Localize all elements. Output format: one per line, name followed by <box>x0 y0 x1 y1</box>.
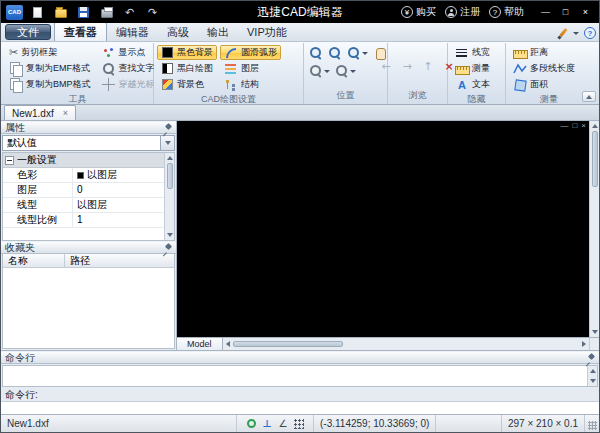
line-width-button[interactable]: 线宽 <box>451 45 494 60</box>
bw-drawing-button[interactable]: 黑白绘图 <box>157 61 217 76</box>
cross-cursor-button[interactable]: 穿越光标 <box>98 77 159 92</box>
tab-vip[interactable]: VIP功能 <box>238 23 296 41</box>
show-points-button[interactable]: 显示点 <box>98 45 159 60</box>
scrollbar-thumb[interactable] <box>592 131 598 187</box>
scroll-down-icon[interactable] <box>588 376 598 386</box>
pin-icon[interactable] <box>162 123 172 133</box>
command-history[interactable] <box>3 366 587 386</box>
scrollbar-thumb[interactable] <box>233 341 343 347</box>
area-button[interactable]: 面积 <box>509 77 579 92</box>
polyline-length-button[interactable]: 多段线长度 <box>509 61 579 76</box>
grid-toggle[interactable] <box>292 417 306 431</box>
collapse-box-icon[interactable] <box>5 156 14 165</box>
favorites-path-column[interactable]: 路径 <box>65 254 95 267</box>
buy-button[interactable]: ¥ 购买 <box>401 5 436 19</box>
canvas-horizontal-scrollbar[interactable] <box>223 338 589 350</box>
view-up-button[interactable]: ↑ <box>419 59 437 75</box>
preset-dropdown[interactable]: 默认值 <box>2 135 175 151</box>
resize-grip[interactable] <box>585 415 599 432</box>
copy-bmp-button[interactable]: 复制为BMP格式 <box>5 77 95 92</box>
scroll-up-icon[interactable] <box>588 366 598 376</box>
ortho-toggle[interactable]: ⊥ <box>260 417 274 431</box>
copy-emf-button[interactable]: 复制为EMF格式 <box>5 61 95 76</box>
hide-measure-button[interactable]: 测量 <box>451 61 494 76</box>
find-text-button[interactable]: 查找文字 <box>98 61 159 76</box>
tab-output[interactable]: 输出 <box>198 23 238 41</box>
structure-button[interactable]: 结构 <box>220 77 281 92</box>
pin-icon[interactable] <box>162 243 172 253</box>
view-forward-button[interactable]: → <box>398 59 416 75</box>
style-pencil-icon[interactable] <box>557 28 568 39</box>
scroll-right-icon[interactable] <box>579 339 589 349</box>
properties-scrollbar[interactable] <box>164 153 174 240</box>
zoom-window-button[interactable] <box>307 45 325 61</box>
background-color-button[interactable]: 背景色 <box>157 77 217 92</box>
hide-text-button[interactable]: A 文本 <box>451 77 494 92</box>
property-group-row[interactable]: 一般设置 <box>3 153 164 168</box>
print-button[interactable] <box>99 5 114 20</box>
register-button[interactable]: 注册 <box>445 5 480 19</box>
property-row-ltscale[interactable]: 线型比例 1 <box>3 213 164 228</box>
group-caption-hide: 隐藏 <box>451 92 502 108</box>
scroll-up-icon[interactable] <box>590 121 600 131</box>
maximize-button[interactable]: □ <box>557 5 574 20</box>
document-close-icon[interactable]: × <box>63 109 68 118</box>
favorites-name-column[interactable]: 名称 <box>3 254 65 267</box>
close-button[interactable]: × <box>577 5 594 20</box>
tab-file[interactable]: 文件 <box>5 24 51 40</box>
favorites-panel: 收藏夹 名称 路径 <box>1 241 176 350</box>
title-bar: CAD ↶ ↷ 迅捷CAD编辑器 ¥ 购买 注册 ? 帮助 — <box>1 1 599 23</box>
favorites-header: 收藏夹 <box>1 241 176 254</box>
drawing-canvas[interactable]: — □ × <box>177 121 589 337</box>
left-panel: 属性 默认值 一般设置 色彩 以图层 <box>1 121 177 350</box>
zoom-window-icon <box>309 46 323 60</box>
preset-dropdown-button[interactable] <box>160 136 174 150</box>
pan-button[interactable] <box>371 45 389 61</box>
text-a-icon: A <box>455 78 469 92</box>
scroll-up-icon[interactable] <box>165 153 175 163</box>
scroll-down-icon[interactable] <box>165 230 175 240</box>
tab-viewer[interactable]: 查看器 <box>54 22 107 41</box>
view-back-button[interactable]: ← <box>377 59 395 75</box>
redo-button[interactable]: ↷ <box>145 5 160 20</box>
collapse-ribbon-button[interactable] <box>582 91 596 102</box>
scrollbar-thumb[interactable] <box>167 163 173 189</box>
scroll-down-icon[interactable] <box>590 327 600 337</box>
ribbon-help-icon[interactable]: ? <box>584 27 596 39</box>
canvas-vertical-scrollbar[interactable] <box>589 121 599 337</box>
property-row-color[interactable]: 色彩 以图层 <box>3 168 164 183</box>
status-bar: New1.dxf ⊥ ∠ (-3.114259; 10.33669; 0) 29… <box>1 414 599 432</box>
model-tab[interactable]: Model <box>177 338 223 350</box>
style-dropdown-caret-icon[interactable] <box>573 32 579 35</box>
pin-icon[interactable] <box>585 353 595 363</box>
layers-button[interactable]: 图层 <box>220 61 281 76</box>
scroll-left-icon[interactable] <box>223 339 233 349</box>
zoom-in-button[interactable] <box>326 45 344 61</box>
tab-editor[interactable]: 编辑器 <box>107 23 158 41</box>
open-file-button[interactable] <box>53 5 68 20</box>
snap-toggle[interactable] <box>244 417 258 431</box>
distance-button[interactable]: 距离 <box>509 45 579 60</box>
cut-frame-button[interactable]: ✂ 剪切框架 <box>5 45 95 60</box>
property-row-linetype[interactable]: 线型 以图层 <box>3 198 164 213</box>
help-button[interactable]: ? 帮助 <box>489 5 524 19</box>
doc-close-icon[interactable]: × <box>581 121 586 130</box>
command-input[interactable] <box>1 403 599 415</box>
smooth-arc-button[interactable]: 圆滑弧形 <box>220 45 281 60</box>
zoom-extents-button[interactable] <box>307 63 332 79</box>
polar-toggle[interactable]: ∠ <box>276 417 290 431</box>
black-background-button[interactable]: 黑色背景 <box>157 45 217 60</box>
undo-button[interactable]: ↶ <box>122 5 137 20</box>
tab-advanced[interactable]: 高级 <box>158 23 198 41</box>
save-button[interactable] <box>76 5 91 20</box>
property-row-layer[interactable]: 图层 0 <box>3 183 164 198</box>
doc-minimize-icon[interactable]: — <box>560 121 568 130</box>
doc-restore-icon[interactable]: □ <box>572 121 577 130</box>
chevron-down-icon <box>165 141 171 145</box>
favorites-list[interactable] <box>2 268 175 349</box>
zoom-menu-button[interactable] <box>345 45 370 61</box>
new-file-button[interactable] <box>30 5 45 20</box>
command-scrollbar[interactable] <box>587 366 597 386</box>
minimize-button[interactable]: — <box>537 5 554 20</box>
zoom-previous-button[interactable] <box>333 63 358 79</box>
